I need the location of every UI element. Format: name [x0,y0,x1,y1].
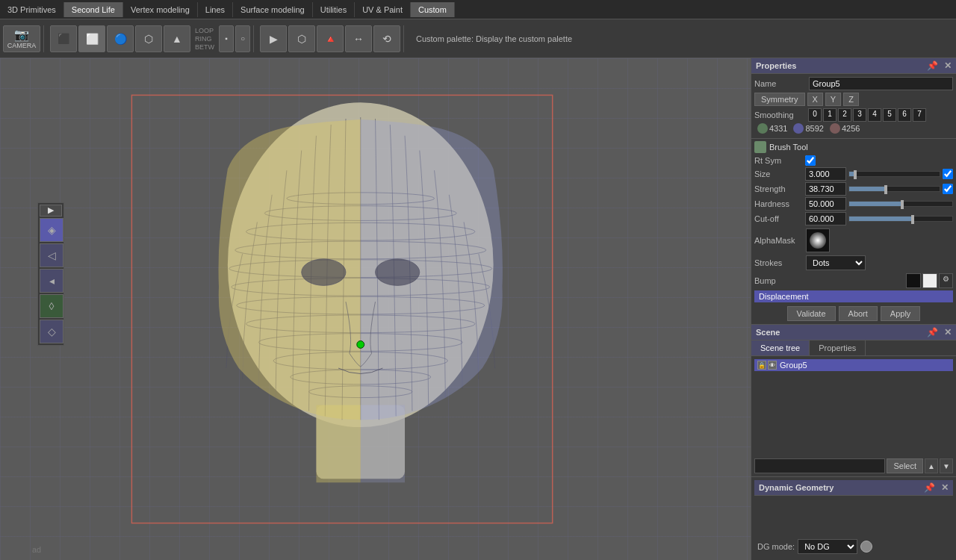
size-slider[interactable] [848,171,940,177]
z-axis-button[interactable]: Z [843,93,859,106]
menu-uv-paint[interactable]: UV & Paint [355,2,411,17]
properties-title: Properties [756,61,796,70]
tool-btn-4[interactable]: ⬡ [135,25,162,52]
alpha-row: AlphaMask [751,227,956,254]
name-row: Name [754,77,953,90]
smooth-0[interactable]: 0 [808,108,822,122]
scene-title: Scene [756,328,780,337]
smooth-4[interactable]: 4 [868,108,881,122]
validate-row: Validate Abort Apply [751,303,956,324]
circle-btn[interactable]: ○ [235,25,250,52]
menu-lines[interactable]: Lines [198,2,233,17]
smooth-6[interactable]: 6 [898,108,911,122]
symmetry-button[interactable]: Symmetry [754,93,805,106]
stat-1-value: 4331 [769,124,787,133]
bump-type-btn[interactable]: ⚙ [939,273,953,288]
menu-3d-primitives[interactable]: 3D Primitives [0,2,64,17]
smooth-2[interactable]: 2 [838,108,851,122]
cutoff-thumb [911,215,914,224]
y-axis-button[interactable]: Y [825,93,841,106]
bump-color-swatch2[interactable] [922,273,937,288]
tab-scene-tree[interactable]: Scene tree [751,340,810,355]
arrow-up-btn[interactable]: ▲ [925,458,938,473]
bump-color-swatch[interactable] [906,273,921,288]
camera-btn[interactable]: 📷 CAMERA [3,25,40,52]
select-button[interactable]: Select [887,458,923,473]
select-btn-4[interactable]: ⟲ [373,25,400,52]
menu-second-life[interactable]: Second Life [64,2,123,17]
cutoff-slider[interactable] [848,216,953,222]
scene-item-icons: 🔒 👁 [757,361,777,370]
brush-icon [754,141,766,153]
smooth-1[interactable]: 1 [823,108,836,122]
stat-1: 4331 [757,123,787,134]
search-input[interactable] [754,458,885,473]
strokes-label: Strokes [754,258,803,267]
smooth-5[interactable]: 5 [883,108,896,122]
displacement-container: Displacement [751,290,956,303]
alpha-circle [810,232,826,249]
dg-mode-select[interactable]: No DG DG 1 DG 2 [798,539,857,554]
brush-tool-section: Brush Tool [751,139,956,155]
hardness-input[interactable] [805,197,846,211]
menu-surface-modeling[interactable]: Surface modeling [233,2,313,17]
viewport[interactable]: ad ▶ ◈ ◁ ◂ ◊ ◇ [0,58,751,560]
tool-btn-5[interactable]: ▲ [164,25,190,52]
strokes-row: Strokes Dots Lines Spray [751,254,956,272]
displacement-bar[interactable]: Displacement [754,290,953,302]
tool-btn-2[interactable]: ⬜ [78,25,105,52]
strength-input[interactable] [805,182,846,196]
svg-point-18 [376,259,420,286]
select-btn-2[interactable]: 🔺 [317,25,344,52]
stat-3: 4256 [830,123,860,134]
dg-close-icon[interactable]: ✕ [941,482,949,493]
arrow-down-btn[interactable]: ▼ [940,458,953,473]
select-btn-3[interactable]: ↔ [345,25,372,52]
mode-btn[interactable]: ▪ [219,25,234,52]
strength-slider[interactable] [848,186,940,192]
validate-button[interactable]: Validate [787,306,836,321]
dg-content [754,499,953,536]
tool-btn-1[interactable]: ⬛ [50,25,77,52]
dg-pin-icon[interactable]: 📌 [924,482,935,493]
arrow-btn[interactable]: ▶ [260,25,287,52]
scene-close-icon[interactable]: ✕ [944,327,952,337]
size-checkbox[interactable] [943,169,953,179]
pin-icon[interactable]: 📌 [927,60,938,71]
palette-expand[interactable]: ▶ [40,205,62,217]
alpha-thumb[interactable] [806,228,830,252]
cutoff-fill [849,217,911,221]
right-panel: Properties 📌 ✕ Name Symmetry X Y Z Smoot… [751,58,956,560]
size-input[interactable] [805,167,846,181]
smooth-3[interactable]: 3 [853,108,866,122]
tool-btn-3[interactable]: 🔵 [107,25,134,52]
scene-item-group5[interactable]: 🔒 👁 Group5 [754,359,953,371]
palette-btn-4[interactable]: ◊ [40,294,63,318]
menu-vertex-modeling[interactable]: Vertex modeling [123,2,198,17]
x-axis-button[interactable]: X [807,93,823,106]
palette-btn-5[interactable]: ◇ [40,320,63,343]
cutoff-input[interactable] [805,212,846,225]
select-btn-1[interactable]: ⬡ [288,25,315,52]
strength-checkbox[interactable] [943,184,953,194]
svg-point-19 [357,340,364,348]
menu-custom[interactable]: Custom [411,2,455,17]
hardness-fill [849,202,901,206]
tab-properties[interactable]: Properties [810,340,866,355]
apply-button[interactable]: Apply [881,306,921,321]
scene-pin-icon[interactable]: 📌 [927,327,938,337]
menu-utilities[interactable]: Utilities [313,2,355,17]
strokes-select[interactable]: Dots Lines Spray [806,255,866,270]
name-input[interactable] [809,77,953,90]
close-icon[interactable]: ✕ [944,60,952,71]
hardness-slider[interactable] [848,201,953,207]
stat-2-value: 8592 [805,124,823,133]
rt-sym-checkbox[interactable] [805,155,816,166]
palette-btn-1[interactable]: ◈ [40,218,63,242]
palette-btn-3[interactable]: ◂ [40,269,63,293]
palette-btn-2[interactable]: ◁ [40,243,63,267]
smooth-7[interactable]: 7 [913,108,926,122]
abort-button[interactable]: Abort [839,306,878,321]
smoothing-row: Smoothing 0 1 2 3 4 5 6 7 [754,108,953,122]
stat-icon-1 [757,123,768,134]
